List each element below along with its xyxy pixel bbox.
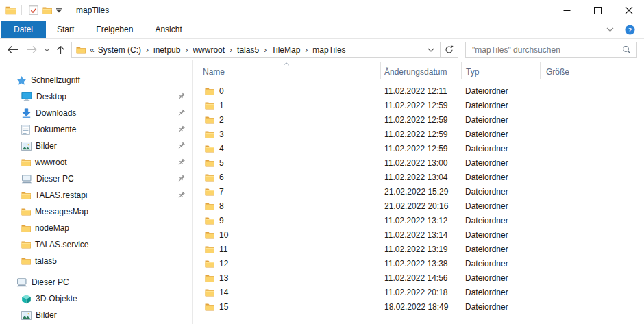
sidebar-item-bilder[interactable]: Bilder — [0, 307, 192, 323]
quick-access-newfolder-button[interactable] — [40, 3, 54, 18]
breadcrumb-item-system-c[interactable]: System (C:) — [97, 45, 142, 55]
file-row-5[interactable]: 511.02.2022 13:00Dateiordner — [193, 155, 644, 170]
folder-icon — [21, 257, 31, 265]
file-name: 11 — [219, 245, 227, 254]
search-input[interactable] — [466, 45, 622, 55]
file-row-3[interactable]: 311.02.2022 12:59Dateiordner — [193, 127, 644, 141]
pin-icon — [177, 92, 186, 101]
column-header-filler — [597, 62, 644, 79]
sidebar-item-bilder[interactable]: Bilder — [0, 138, 192, 154]
address-folder-icon — [72, 46, 89, 54]
address-bar[interactable]: «System (C:)›inetpub›wwwroot›talas5›Tile… — [71, 42, 458, 58]
file-row-9[interactable]: 911.02.2022 13:12Dateiordner — [193, 213, 644, 227]
ribbon-right-controls: ? — [606, 21, 644, 38]
sidebar-item-talas5[interactable]: talas5 — [0, 253, 192, 269]
file-row-14[interactable]: 1411.02.2022 20:18Dateiordner — [193, 285, 644, 299]
file-row-15[interactable]: 1518.02.2022 18:49Dateiordner — [193, 299, 644, 314]
sidebar-item-wwwroot[interactable]: wwwroot — [0, 154, 192, 171]
sidebar-item-dieser-pc[interactable]: Dieser PC — [0, 171, 192, 187]
file-row-8[interactable]: 821.02.2022 20:16Dateiordner — [193, 199, 644, 213]
column-header-modified[interactable]: Änderungsdatum — [381, 62, 462, 79]
column-header-type[interactable]: Typ — [462, 62, 541, 79]
breadcrumb-item-tilemap[interactable]: TileMap — [271, 45, 301, 55]
pin-icon — [177, 175, 186, 184]
forward-button[interactable] — [26, 45, 38, 54]
sidebar-item-label: Desktop — [36, 92, 66, 101]
file-modified-date: 21.02.2022 15:29 — [381, 187, 462, 197]
file-modified-date: 21.02.2022 20:16 — [381, 201, 462, 211]
pin-icon — [177, 158, 186, 167]
tab-start[interactable]: Start — [46, 21, 85, 38]
help-button[interactable]: ? — [625, 25, 635, 35]
file-row-11[interactable]: 1111.02.2022 13:19Dateiordner — [193, 242, 644, 256]
folder-icon — [205, 231, 214, 239]
breadcrumb-item-wwwroot[interactable]: wwwroot — [192, 45, 225, 55]
column-header-size[interactable]: Größe — [541, 62, 597, 79]
folder-icon — [21, 158, 31, 166]
sidebar-item-label: Bilder — [36, 141, 57, 151]
sidebar-item-downloads[interactable]: Downloads — [0, 105, 192, 121]
breadcrumb-item-talas5[interactable]: talas5 — [236, 45, 260, 55]
ribbon-tabs: DateiStartFreigebenAnsicht — [0, 21, 193, 38]
sidebar-item-talas-service[interactable]: TALAS.service — [0, 236, 192, 253]
maximize-button[interactable] — [582, 0, 613, 21]
refresh-button[interactable] — [440, 42, 458, 57]
file-row-13[interactable]: 1311.02.2022 14:56Dateiordner — [193, 271, 644, 285]
up-button[interactable] — [55, 45, 65, 55]
folder-icon — [205, 274, 214, 282]
titlebar-divider — [69, 5, 69, 15]
titlebar: mapTiles — [0, 0, 644, 21]
sidebar-item-talas-restapi[interactable]: TALAS.restapi — [0, 187, 192, 203]
file-row-7[interactable]: 721.02.2022 15:29Dateiordner — [193, 184, 644, 199]
file-row-2[interactable]: 211.02.2022 12:59Dateiordner — [193, 112, 644, 127]
window-controls — [552, 0, 644, 21]
tab-ansicht[interactable]: Ansicht — [144, 21, 193, 38]
file-name: 7 — [219, 187, 224, 197]
breadcrumb-separator: › — [142, 45, 153, 55]
expand-ribbon-chevron-icon[interactable] — [606, 27, 614, 32]
file-name: 9 — [219, 216, 224, 225]
file-row-1[interactable]: 111.02.2022 12:59Dateiordner — [193, 98, 644, 112]
folder-icon — [205, 173, 214, 182]
back-button[interactable] — [7, 45, 18, 54]
file-type: Dateiordner — [462, 115, 541, 125]
quick-access-properties-button[interactable] — [27, 3, 40, 18]
sidebar-item-3d-objekte[interactable]: 3D-Objekte — [0, 290, 192, 307]
minimize-button[interactable] — [552, 0, 582, 21]
tab-freigeben[interactable]: Freigeben — [85, 21, 144, 38]
file-row-10[interactable]: 1011.02.2022 13:14Dateiordner — [193, 227, 644, 242]
file-name: 8 — [219, 201, 224, 211]
sidebar-item-label: Dieser PC — [36, 174, 74, 184]
sidebar-item-desktop[interactable]: Desktop — [0, 88, 192, 105]
sidebar-item-messagesmap[interactable]: MessagesMap — [0, 203, 192, 220]
breadcrumb-item-inetpub[interactable]: inetpub — [153, 45, 181, 55]
sidebar-section-schnellzugriff[interactable]: Schnellzugriff — [0, 72, 192, 88]
file-type: Dateiordner — [462, 144, 541, 153]
folder-icon — [205, 159, 214, 167]
breadcrumb-separator: › — [181, 45, 192, 55]
document-icon — [21, 125, 30, 135]
app-folder-icon — [5, 5, 16, 15]
sidebar-item-dokumente[interactable]: Dokumente — [0, 121, 192, 138]
close-button[interactable] — [613, 0, 644, 21]
quick-access-customize-button[interactable] — [54, 3, 64, 18]
ribbon-tab-bar: DateiStartFreigebenAnsicht ? — [0, 21, 644, 39]
file-modified-date: 11.02.2022 13:19 — [381, 245, 462, 254]
file-row-12[interactable]: 1211.02.2022 13:38Dateiordner — [193, 256, 644, 271]
column-header-name[interactable]: Name — [193, 62, 381, 79]
sidebar-section-dieser-pc[interactable]: Dieser PC — [0, 274, 192, 290]
file-row-0[interactable]: 011.02.2022 12:11Dateiordner — [193, 84, 644, 98]
file-name: 1 — [219, 101, 224, 110]
sidebar-section-label: Dieser PC — [32, 277, 69, 287]
navigation-bar: «System (C:)›inetpub›wwwroot›talas5›Tile… — [0, 39, 644, 60]
breadcrumb-separator: › — [225, 45, 236, 55]
breadcrumb-item-maptiles[interactable]: mapTiles — [312, 45, 346, 55]
recent-locations-chevron-icon[interactable] — [42, 48, 51, 52]
address-dropdown-chevron-icon[interactable] — [422, 48, 440, 52]
file-row-6[interactable]: 611.02.2022 13:04Dateiordner — [193, 170, 644, 184]
sidebar-item-nodemap[interactable]: nodeMap — [0, 220, 192, 236]
file-row-4[interactable]: 411.02.2022 12:59Dateiordner — [193, 141, 644, 155]
file-modified-date: 18.02.2022 18:49 — [381, 302, 462, 312]
breadcrumb-overflow-chevron[interactable]: « — [89, 45, 97, 55]
tab-datei[interactable]: Datei — [1, 21, 46, 38]
